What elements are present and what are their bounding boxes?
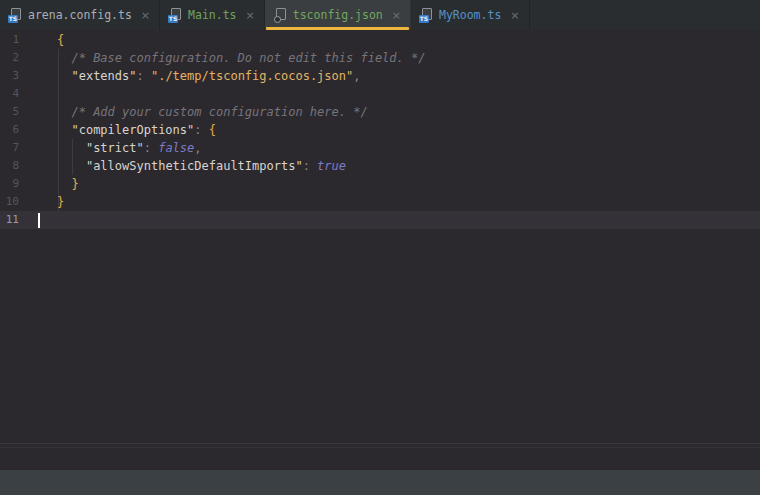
tab-main-ts[interactable]: TSMain.ts× <box>160 0 265 30</box>
code-text: "extends": "./temp/tsconfig.cocos.json", <box>19 67 360 85</box>
code-line-8[interactable]: 8 "allowSyntheticDefaultImports": true <box>0 157 760 175</box>
code-text: } <box>19 175 79 193</box>
code-text: "compilerOptions": { <box>19 121 216 139</box>
typescript-file-icon: TS <box>168 8 182 23</box>
code-editor[interactable]: 1{2 /* Base configuration. Do not edit t… <box>0 30 760 470</box>
code-line-7[interactable]: 7 "strict": false, <box>0 139 760 157</box>
line-number[interactable]: 2 <box>0 49 19 67</box>
typescript-file-icon: TS <box>419 8 433 23</box>
code-text: "allowSyntheticDefaultImports": true <box>19 157 346 175</box>
close-tab-icon[interactable]: × <box>246 10 255 21</box>
line-number[interactable]: 11 <box>0 211 19 229</box>
line-number[interactable]: 5 <box>0 103 19 121</box>
bottom-panel <box>0 470 760 495</box>
code-line-6[interactable]: 6 "compilerOptions": { <box>0 121 760 139</box>
tab-label: arena.config.ts <box>28 8 132 22</box>
ide-window: TSarena.config.ts×TSMain.ts×tsconfig.jso… <box>0 0 760 495</box>
line-number[interactable]: 1 <box>0 31 19 49</box>
line-number[interactable]: 7 <box>0 139 19 157</box>
code-line-1[interactable]: 1{ <box>0 31 760 49</box>
divider <box>0 443 760 444</box>
tab-label: tsconfig.json <box>293 8 383 22</box>
editor-tab-bar: TSarena.config.ts×TSMain.ts×tsconfig.jso… <box>0 0 760 30</box>
tab-label: MyRoom.ts <box>439 8 501 22</box>
divider <box>0 447 760 448</box>
close-tab-icon[interactable]: × <box>510 10 519 21</box>
code-text: { <box>19 31 64 49</box>
code-line-2[interactable]: 2 /* Base configuration. Do not edit thi… <box>0 49 760 67</box>
tab-label: Main.ts <box>188 8 236 22</box>
tab-myroom-ts[interactable]: TSMyRoom.ts× <box>411 0 530 30</box>
code-text: } <box>19 193 64 211</box>
tab-arena-config-ts[interactable]: TSarena.config.ts× <box>0 0 160 30</box>
code-text <box>19 85 57 103</box>
code-text: /* Add your custom configuration here. *… <box>19 103 368 121</box>
typescript-file-icon: TS <box>8 8 22 23</box>
code-line-3[interactable]: 3 "extends": "./temp/tsconfig.cocos.json… <box>0 67 760 85</box>
close-tab-icon[interactable]: × <box>141 10 150 21</box>
line-number[interactable]: 6 <box>0 121 19 139</box>
code-line-9[interactable]: 9 } <box>0 175 760 193</box>
tsconfig-gear-icon <box>273 8 287 23</box>
code-line-10[interactable]: 10} <box>0 193 760 211</box>
code-line-4[interactable]: 4 <box>0 85 760 103</box>
text-cursor <box>38 213 40 228</box>
code-line-11[interactable]: 11 <box>0 211 760 229</box>
code-text: "strict": false, <box>19 139 202 157</box>
tab-tsconfig-json[interactable]: tsconfig.json× <box>265 0 411 30</box>
close-tab-icon[interactable]: × <box>392 10 401 21</box>
code-text: /* Base configuration. Do not edit this … <box>19 49 425 67</box>
line-number[interactable]: 10 <box>0 193 19 211</box>
line-number[interactable]: 9 <box>0 175 19 193</box>
line-number[interactable]: 4 <box>0 85 19 103</box>
line-number[interactable]: 8 <box>0 157 19 175</box>
code-line-5[interactable]: 5 /* Add your custom configuration here.… <box>0 103 760 121</box>
line-number[interactable]: 3 <box>0 67 19 85</box>
